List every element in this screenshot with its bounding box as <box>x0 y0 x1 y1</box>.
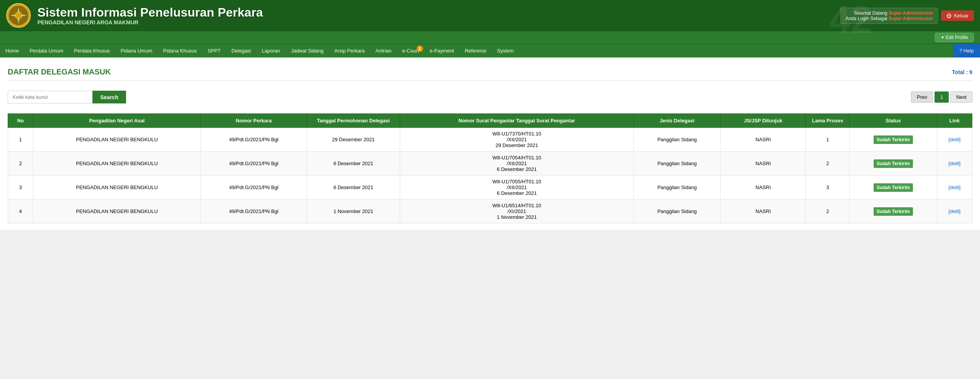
next-button[interactable]: Next <box>950 91 972 103</box>
status-badge: Sudah Terkirim <box>874 183 913 192</box>
col-pengadilan: Pengadilan Negeri Asal <box>33 114 201 128</box>
cell-nomor-surat: W8-U1/7054/HT01.10 /XII/2021 6 Desember … <box>400 152 634 176</box>
pagination: Prev 1 Next <box>911 91 972 103</box>
cell-status: Sudah Terkirim <box>850 152 937 176</box>
nav-perdata-khusus[interactable]: Perdata Khusus <box>69 44 115 58</box>
cell-nomor-surat: W8-U1/6514/HT01.10 /XI/2021 1 November 2… <box>400 200 634 223</box>
table-row: 3PENGADILAN NEGERI BENGKULU49/Pdt.G/2021… <box>8 176 972 200</box>
nav-system[interactable]: System <box>492 44 519 58</box>
nav-laporan[interactable]: Laporan <box>256 44 286 58</box>
cell-nomor-perkara: 49/Pdt.G/2021/PN Bgl <box>201 152 307 176</box>
cell-lama: 1 <box>806 128 850 152</box>
nav-referensi[interactable]: Referensi <box>459 44 492 58</box>
col-jsjsp: JS/JSP Ditunjuk <box>721 114 806 128</box>
cell-jenis: Panggilan Sidang <box>633 200 721 223</box>
cell-lama: 2 <box>806 200 850 223</box>
cell-jsjsp: NASRI <box>721 128 806 152</box>
cell-pengadilan: PENGADILAN NEGERI BENGKULU <box>33 152 201 176</box>
nav-help[interactable]: ? Help <box>953 44 980 58</box>
table-row: 2PENGADILAN NEGERI BENGKULU49/Pdt.G/2021… <box>8 152 972 176</box>
search-left: Search <box>8 91 126 103</box>
nav-sppt[interactable]: SPPT <box>202 44 226 58</box>
logo-icon <box>6 3 31 28</box>
page-title-bar: DAFTAR DELEGASI MASUK Total : 9 <box>8 64 972 81</box>
search-button[interactable]: Search <box>93 91 126 103</box>
table-header-row: No Pengadilan Negeri Asal Nomor Perkara … <box>8 114 972 128</box>
cell-lama: 3 <box>806 176 850 200</box>
cell-jenis: Panggilan Sidang <box>633 176 721 200</box>
cell-nomor-perkara: 49/Pdt.G/2021/PN Bgl <box>201 200 307 223</box>
nav-pidana-khusus[interactable]: Pidana Khusus <box>158 44 202 58</box>
logout-button[interactable]: ⏻ Keluar <box>941 10 974 21</box>
cell-tanggal: 6 Desember 2021 <box>307 176 400 200</box>
cell-link[interactable]: [detil] <box>937 200 972 223</box>
search-bar: Search Prev 1 Next <box>8 87 972 107</box>
nav-arsip-perkara[interactable]: Arsip Perkara <box>329 44 370 58</box>
admin-name-login: Super Administrator <box>889 16 933 21</box>
col-lama: Lama Proses <box>806 114 850 128</box>
cell-no: 4 <box>8 200 33 223</box>
col-nomor-perkara: Nomor Perkara <box>201 114 307 128</box>
status-badge: Sudah Terkirim <box>874 159 913 168</box>
main-content: DAFTAR DELEGASI MASUK Total : 9 Search P… <box>0 58 980 230</box>
col-status: Status <box>850 114 937 128</box>
detil-link[interactable]: [detil] <box>948 208 960 214</box>
nav-perdata-umum[interactable]: Perdata Umum <box>24 44 69 58</box>
header-title-block: Sistem Informasi Penelusuran Perkara PEN… <box>37 6 840 25</box>
cell-tanggal: 1 November 2021 <box>307 200 400 223</box>
cell-link[interactable]: [detil] <box>937 152 972 176</box>
cell-nomor-perkara: 49/Pdt.G/2021/PN Bgl <box>201 128 307 152</box>
cell-nomor-surat: W8-U1/7370/HT01.10 /XII/2021 29 Desember… <box>400 128 634 152</box>
cell-jsjsp: NASRI <box>721 152 806 176</box>
nav-antrian[interactable]: Antrian <box>370 44 397 58</box>
svg-point-2 <box>15 12 22 19</box>
total-label: Total : 9 <box>952 69 972 75</box>
col-jenis: Jenis Delegasi <box>633 114 721 128</box>
edit-profile-button[interactable]: ✦ Edit Profile <box>935 33 974 42</box>
nav-jadwal-sidang[interactable]: Jadwal Sidang <box>286 44 329 58</box>
page-1-button[interactable]: 1 <box>935 91 949 103</box>
cell-tanggal: 6 Desember 2021 <box>307 152 400 176</box>
cell-status: Sudah Terkirim <box>850 200 937 223</box>
prev-button[interactable]: Prev <box>911 91 933 103</box>
status-badge: Sudah Terkirim <box>874 135 913 144</box>
login-as-line: Anda Login Sebagai Super Administrator <box>845 16 933 21</box>
power-icon: ⏻ <box>946 13 951 19</box>
nav-home[interactable]: Home <box>0 44 24 58</box>
cell-pengadilan: PENGADILAN NEGERI BENGKULU <box>33 176 201 200</box>
ecourt-badge: 1 <box>417 46 423 52</box>
cell-nomor-perkara: 49/Pdt.G/2021/PN Bgl <box>201 176 307 200</box>
cell-no: 3 <box>8 176 33 200</box>
cell-pengadilan: PENGADILAN NEGERI BENGKULU <box>33 128 201 152</box>
detil-link[interactable]: [detil] <box>948 161 960 166</box>
cell-link[interactable]: [detil] <box>937 176 972 200</box>
navbar: Home Perdata Umum Perdata Khusus Pidana … <box>0 44 980 58</box>
app-title: Sistem Informasi Penelusuran Perkara <box>37 6 840 19</box>
edit-profile-bar: ✦ Edit Profile <box>0 31 980 44</box>
welcome-line1: Selamat Datang Super Administrator <box>845 10 933 16</box>
nav-pidana-umum[interactable]: Pidana Umum <box>115 44 158 58</box>
cell-jsjsp: NASRI <box>721 200 806 223</box>
detil-link[interactable]: [detil] <box>948 184 960 190</box>
header: Sistem Informasi Penelusuran Perkara PEN… <box>0 0 980 31</box>
cell-lama: 2 <box>806 152 850 176</box>
cell-jenis: Panggilan Sidang <box>633 128 721 152</box>
nav-delegasi[interactable]: Delegasi <box>226 44 256 58</box>
detil-link[interactable]: [detil] <box>948 137 960 142</box>
search-input[interactable] <box>8 91 93 103</box>
cell-link[interactable]: [detil] <box>937 128 972 152</box>
nav-ecourt[interactable]: e-Court 1 <box>397 44 424 58</box>
cell-jsjsp: NASRI <box>721 176 806 200</box>
header-right: Selamat Datang Super Administrator Anda … <box>840 8 974 24</box>
col-link: Link <box>937 114 972 128</box>
admin-name-welcome: Super Administrator <box>889 10 933 16</box>
cell-pengadilan: PENGADILAN NEGERI BENGKULU <box>33 200 201 223</box>
col-nomor-surat: Nomor Surat Pengantar Tanggal Surat Peng… <box>400 114 634 128</box>
cell-status: Sudah Terkirim <box>850 176 937 200</box>
app-subtitle: PENGADILAN NEGERI ARGA MAKMUR <box>37 19 840 25</box>
cell-tanggal: 29 Desember 2021 <box>307 128 400 152</box>
data-table: No Pengadilan Negeri Asal Nomor Perkara … <box>8 113 972 223</box>
cell-no: 2 <box>8 152 33 176</box>
table-row: 1PENGADILAN NEGERI BENGKULU49/Pdt.G/2021… <box>8 128 972 152</box>
nav-epayment[interactable]: e-Payment <box>424 44 460 58</box>
